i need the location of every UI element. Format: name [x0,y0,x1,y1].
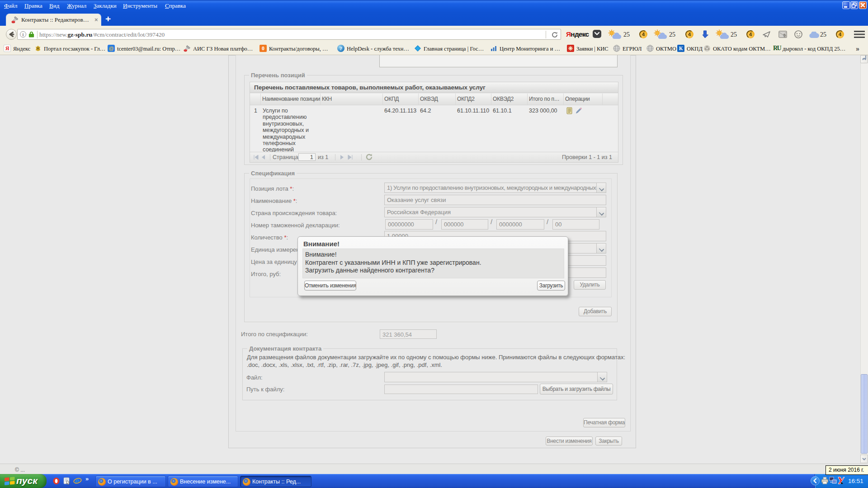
svg-text:@: @ [108,46,113,51]
svg-text:ov: ov [783,34,786,37]
